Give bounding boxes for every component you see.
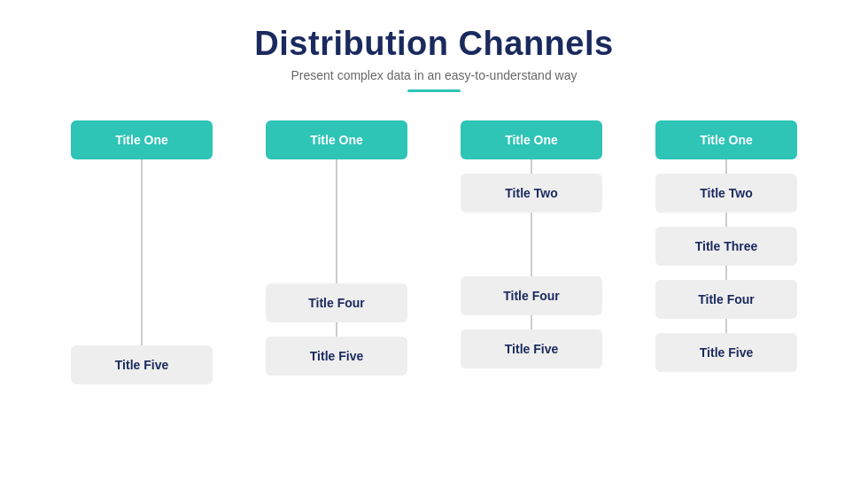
connector-col3-3 bbox=[531, 315, 532, 329]
node-col4-5: Title Five bbox=[655, 333, 797, 372]
node-col1-1: Title One bbox=[71, 120, 213, 159]
page-subtitle: Present complex data in an easy-to-under… bbox=[254, 68, 613, 82]
node-col1-2: Title Five bbox=[71, 345, 213, 384]
connector-col2-1 bbox=[336, 159, 337, 283]
connector-col4-3 bbox=[725, 266, 727, 280]
channel-col-3: Title One Title Two Title Four Title Fiv… bbox=[434, 120, 629, 368]
node-col4-2: Title Two bbox=[655, 174, 797, 213]
channel-col-4: Title One Title Two Title Three Title Fo… bbox=[629, 120, 824, 372]
connector-col3-1 bbox=[531, 159, 532, 174]
node-col2-1: Title One bbox=[266, 120, 407, 159]
node-col2-5: Title Five bbox=[266, 337, 407, 376]
connector-col4-1 bbox=[725, 159, 727, 174]
connector-col2-2 bbox=[336, 322, 337, 337]
connector-col3-2 bbox=[531, 213, 532, 276]
node-col2-4: Title Four bbox=[266, 283, 407, 322]
channel-col-2: Title One Title Four Title Five bbox=[239, 120, 434, 376]
connector-col4-4 bbox=[725, 319, 727, 333]
page: Distribution Channels Present complex da… bbox=[0, 0, 868, 488]
columns-container: Title One Title Five Title One Title Fou… bbox=[27, 120, 841, 384]
node-col3-2: Title Two bbox=[461, 174, 602, 213]
node-col4-3: Title Three bbox=[655, 227, 797, 266]
node-col3-4: Title Four bbox=[461, 276, 602, 315]
connector-col1-1 bbox=[141, 159, 143, 345]
header: Distribution Channels Present complex da… bbox=[254, 25, 613, 92]
connector-col4-2 bbox=[725, 213, 727, 227]
node-col3-1: Title One bbox=[461, 120, 602, 159]
page-title: Distribution Channels bbox=[254, 25, 613, 63]
node-col3-5: Title Five bbox=[461, 329, 602, 368]
accent-bar bbox=[407, 89, 461, 92]
node-col4-1: Title One bbox=[655, 120, 797, 159]
node-col4-4: Title Four bbox=[655, 280, 797, 319]
channel-col-1: Title One Title Five bbox=[44, 120, 239, 384]
